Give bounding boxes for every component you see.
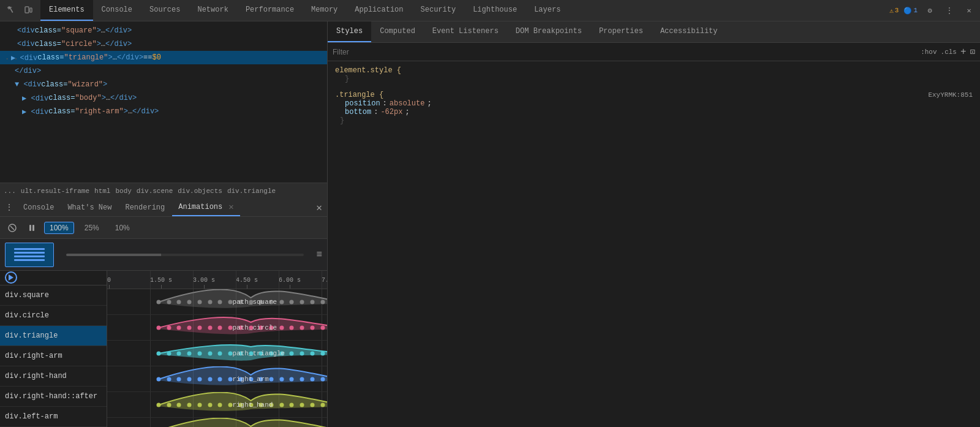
speed-10-btn[interactable]: 10%	[110, 222, 135, 234]
ruler-mark-0: 0	[107, 277, 111, 289]
anim-clear-btn[interactable]	[5, 221, 20, 235]
main-tab-bar: Elements Console Sources Network Perform…	[40, 0, 569, 21]
tab-elements[interactable]: Elements	[40, 0, 93, 21]
tab-layers[interactable]: Layers	[526, 0, 569, 21]
anim-label-right-hand-after[interactable]: div.right-hand::after	[0, 387, 107, 407]
speed-100-btn[interactable]: 100%	[44, 222, 74, 234]
cls-button[interactable]: .cls	[941, 48, 957, 56]
drawer-tab-rendering[interactable]: Rendering	[119, 198, 171, 216]
tab-network[interactable]: Network	[189, 0, 236, 21]
preview-box	[5, 243, 54, 267]
tab-lighthouse[interactable]: Lighthouse	[464, 0, 526, 21]
inspect-icon[interactable]	[4, 3, 18, 18]
animations-controls: 100% 25% 10%	[0, 217, 327, 239]
rule-selector-triangle: .triangle {	[335, 91, 383, 99]
rule-selector-element: element.style {	[335, 66, 401, 75]
anim-label-square[interactable]: div.square	[0, 285, 107, 306]
anim-pause-btn[interactable]	[24, 221, 39, 235]
tab-console[interactable]: Console	[93, 0, 141, 21]
dom-line-body[interactable]: ▶ <div class="body">…</div>	[0, 91, 327, 105]
anim-label-circle[interactable]: div.circle	[0, 306, 107, 326]
drawer-menu-icon[interactable]: ⋮	[5, 202, 13, 213]
breadcrumb-item-html[interactable]: html	[94, 187, 110, 195]
svg-rect-6	[32, 225, 34, 231]
ruler-mark-5: 7.50 s	[322, 277, 327, 289]
anim-label-left-arm[interactable]: div.left-arm	[0, 407, 107, 427]
tab-security[interactable]: Security	[412, 0, 465, 21]
style-rule-triangle: .triangle { ExyYRMK:851 position : absol…	[335, 91, 973, 125]
drawer-tab-whats-new[interactable]: What's New	[61, 198, 118, 216]
timeline-ruler[interactable]: 01.50 s3.00 s4.50 s6.00 s7.50 s9.00 s10.…	[107, 271, 327, 289]
tab-dom-breakpoints[interactable]: DOM Breakpoints	[507, 21, 590, 42]
drawer-tab-console[interactable]: Console	[17, 198, 60, 216]
styles-content: element.style { } .triangle { ExyYRMK:85…	[328, 61, 980, 427]
dom-line-close-div[interactable]: </div>	[0, 64, 327, 78]
timeline-container: div.square div.circle div.triangle div.r…	[0, 271, 327, 427]
svg-marker-7	[9, 274, 13, 281]
style-rule-element: element.style { }	[335, 66, 973, 83]
drawer-tab-animations[interactable]: Animations ✕	[172, 198, 239, 216]
main-layout: <div class="square">…</div> <div class="…	[0, 21, 980, 427]
track-4[interactable]: right_hand	[107, 392, 327, 418]
right-panel: Styles Computed Event Listeners DOM Brea…	[328, 21, 980, 427]
breadcrumb-item-triangle[interactable]: div.triangle	[227, 187, 276, 195]
track-2[interactable]: path_triangle	[107, 341, 327, 366]
tab-computed[interactable]: Computed	[371, 21, 424, 42]
tab-performance[interactable]: Performance	[237, 0, 303, 21]
track-1[interactable]: path_circle	[107, 315, 327, 341]
breadcrumb-item-objects[interactable]: div.objects	[178, 187, 222, 195]
svg-line-4	[10, 226, 14, 230]
dom-line-right-arm[interactable]: ▶ <div class="right-arm">…</div>	[0, 105, 327, 118]
warning-badge: ⚠ 3	[889, 7, 899, 15]
tab-event-listeners[interactable]: Event Listeners	[424, 21, 507, 42]
anim-label-right-arm[interactable]: div.right-arm	[0, 346, 107, 366]
close-devtools-icon[interactable]: ✕	[962, 3, 976, 18]
speed-25-btn[interactable]: 25%	[79, 222, 105, 234]
tab-application[interactable]: Application	[346, 0, 412, 21]
device-icon[interactable]	[21, 3, 36, 18]
rule-source-triangle[interactable]: ExyYRMK:851	[928, 91, 973, 99]
drawer-tab-rendering-label: Rendering	[125, 203, 165, 212]
breadcrumb-item-iframe[interactable]: ult.result-iframe	[21, 187, 89, 195]
hamburger-icon[interactable]: ≡	[316, 249, 322, 260]
toolbar-right: ⚠ 3 🔵 1 ⚙ ⋮ ✕	[889, 3, 976, 18]
svg-rect-2	[30, 8, 32, 12]
anim-label-right-hand[interactable]: div.right-hand	[0, 366, 107, 387]
tab-memory[interactable]: Memory	[303, 0, 346, 21]
track-0[interactable]: path_square	[107, 289, 327, 315]
styles-filter-input[interactable]	[333, 48, 455, 56]
toggle-sidebar-icon[interactable]: ⊡	[970, 47, 975, 57]
settings-icon[interactable]: ⚙	[922, 3, 937, 18]
dom-line-circle[interactable]: <div class="circle">…</div>	[0, 37, 327, 51]
track-5[interactable]: right_finger	[107, 418, 327, 427]
close-drawer-icon[interactable]: ✕	[316, 202, 322, 214]
dom-line-wizard[interactable]: ▼ <div class="wizard">	[0, 78, 327, 91]
breadcrumb-item-scene[interactable]: div.scene	[137, 187, 173, 195]
top-toolbar: Elements Console Sources Network Perform…	[0, 0, 980, 21]
svg-rect-1	[25, 7, 29, 13]
hov-button[interactable]: :hov	[921, 48, 937, 56]
timeline-labels: div.square div.circle div.triangle div.r…	[0, 271, 107, 427]
tab-accessibility[interactable]: Accessibility	[652, 21, 726, 42]
tab-sources[interactable]: Sources	[141, 0, 189, 21]
breadcrumb-item-body[interactable]: body	[115, 187, 131, 195]
styles-actions: :hov .cls + ⊡	[921, 47, 975, 58]
info-badge: 🔵 1	[903, 7, 918, 15]
breadcrumb: ... ult.result-iframe html body div.scen…	[0, 183, 327, 198]
anim-preview: ≡	[0, 239, 327, 271]
info-count: 1	[913, 7, 918, 14]
warning-count: 3	[895, 7, 899, 14]
drawer-tab-whats-new-label: What's New	[67, 203, 111, 212]
dom-line-square[interactable]: <div class="square">…</div>	[0, 24, 327, 37]
dom-line-triangle[interactable]: ... ▶ <div class="triangle">…</div> == $…	[0, 51, 327, 64]
breadcrumb-item-dots[interactable]: ...	[4, 187, 16, 195]
anim-label-triangle[interactable]: div.triangle	[0, 326, 107, 346]
track-3[interactable]: right_arm	[107, 366, 327, 392]
add-style-button[interactable]: +	[960, 47, 967, 58]
tab-properties[interactable]: Properties	[590, 21, 652, 42]
play-button[interactable]	[5, 271, 17, 284]
more-options-icon[interactable]: ⋮	[942, 3, 957, 18]
ruler-mark-1: 1.50 s	[150, 277, 172, 289]
close-animations-tab-icon[interactable]: ✕	[228, 202, 233, 212]
tab-styles[interactable]: Styles	[328, 21, 371, 42]
